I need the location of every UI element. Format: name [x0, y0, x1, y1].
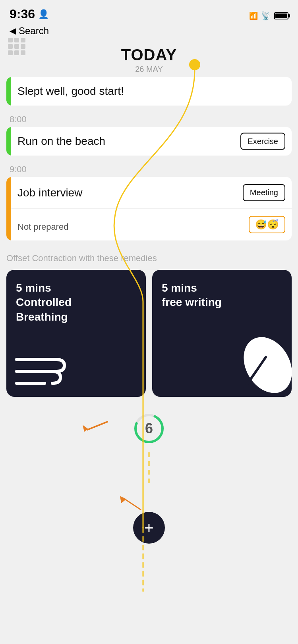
counter-bubble: 6 [133, 413, 165, 444]
wind-icon [13, 352, 68, 387]
svg-marker-11 [83, 425, 88, 432]
user-icon: 👤 [38, 9, 49, 19]
run-event-bar [6, 127, 11, 156]
run-event-card[interactable]: Run on the beach Exercise [6, 127, 292, 156]
interview-event-rows: Job interview Meeting Not prepared 😅😴 [11, 177, 292, 240]
run-event-tag[interactable]: Exercise [240, 133, 285, 150]
counter-section: 6 [0, 405, 298, 448]
interview-event-card[interactable]: Job interview Meeting Not prepared 😅😴 [6, 177, 292, 240]
writing-card-title: 5 minsfree writing [162, 281, 282, 310]
interview-subtitle: Not prepared [17, 222, 68, 232]
interview-event-bar [6, 177, 11, 240]
status-left: 9:36 👤 [10, 7, 49, 21]
sleep-event-content: Slept well, good start! [11, 77, 292, 106]
remedy-label: Offset Contraction with these remedies [6, 253, 292, 263]
breathing-card-title: 5 minsControlledBreathing [16, 281, 136, 324]
remedy-section: Offset Contraction with these remedies 5… [0, 245, 298, 401]
status-icons-right: 📶 📡 [249, 11, 288, 21]
counter-number: 6 [145, 420, 153, 437]
page-header: TODAY 26 MAY [0, 40, 298, 77]
svg-line-10 [87, 422, 107, 430]
feather-icon [228, 333, 292, 397]
add-button[interactable]: + [133, 512, 165, 544]
interview-row-title: Job interview Meeting [11, 177, 292, 208]
status-time: 9:36 [10, 7, 35, 21]
back-nav[interactable]: ◀ Search [0, 24, 298, 40]
add-button-section: + [0, 488, 298, 556]
sleep-event-card[interactable]: Slept well, good start! [6, 77, 292, 106]
wifi-icon: 📡 [261, 11, 271, 21]
battery-icon [274, 12, 288, 19]
back-arrow-icon: ◀ [10, 26, 16, 36]
writing-card[interactable]: 5 minsfree writing [152, 270, 292, 397]
back-label[interactable]: Search [19, 25, 49, 37]
svg-point-6 [234, 333, 292, 397]
remedy-cards: 5 minsControlledBreathing 5 minsfree wri… [6, 270, 292, 397]
time-label-8: 8:00 [6, 110, 292, 127]
dashed-line [0, 448, 298, 488]
page-date: 26 MAY [0, 65, 298, 74]
page-title: TODAY [0, 46, 298, 64]
time-label-9: 9:00 [6, 160, 292, 177]
signal-icon: 📶 [249, 12, 258, 20]
status-bar: 9:36 👤 📶 📡 [0, 0, 298, 24]
interview-tag[interactable]: Meeting [243, 184, 285, 201]
breathing-card[interactable]: 5 minsControlledBreathing [6, 270, 146, 397]
sleep-event-bar [6, 77, 11, 106]
interview-emoji-tag[interactable]: 😅😴 [249, 216, 285, 233]
interview-row-subtitle: Not prepared 😅😴 [11, 208, 292, 240]
orange-arrow [79, 418, 111, 435]
interview-title: Job interview [17, 186, 82, 199]
sleep-event-title: Slept well, good start! [17, 85, 285, 98]
timeline-section: Slept well, good start! 8:00 Run on the … [0, 77, 298, 240]
grid-icon[interactable] [8, 38, 25, 55]
